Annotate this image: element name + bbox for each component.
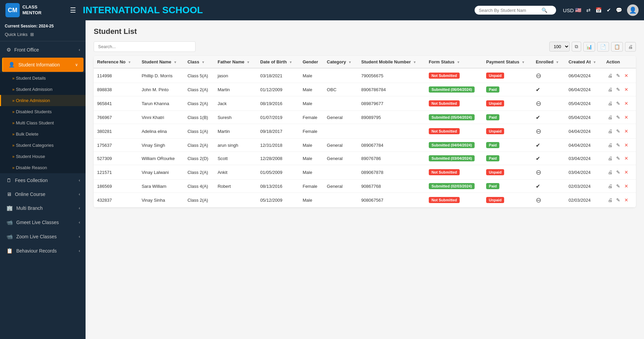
calendar-icon[interactable]: 📅 <box>595 7 602 13</box>
delete-row-btn-7[interactable]: ✕ <box>623 169 630 176</box>
quick-links[interactable]: Quick Links ⊞ <box>0 31 86 40</box>
col-payment-status[interactable]: Payment Status ▼ <box>483 56 532 68</box>
student-information-submenu: Student Details Student Admission Online… <box>0 73 86 173</box>
cell-payment-status-4: Unpaid <box>483 124 532 139</box>
delete-row-btn-0[interactable]: ✕ <box>623 72 630 79</box>
edit-row-btn-1[interactable]: ✎ <box>615 86 622 93</box>
whatsapp-icon[interactable]: 💬 <box>616 7 622 13</box>
enrolled-check-icon: ✔ <box>536 142 540 148</box>
edit-row-btn-8[interactable]: ✎ <box>615 183 622 190</box>
per-page-select[interactable]: 100 50 25 <box>549 42 570 52</box>
print-row-btn-9[interactable]: 🖨 <box>606 197 614 203</box>
col-father-name[interactable]: Father Name ▼ <box>214 56 257 68</box>
print-row-btn-8[interactable]: 🖨 <box>606 183 614 190</box>
edit-row-btn-5[interactable]: ✎ <box>615 142 622 148</box>
print-row-btn-7[interactable]: 🖨 <box>606 169 614 176</box>
cell-mobile-9: 908067567 <box>358 193 425 207</box>
sidebar-item-front-office[interactable]: ⚙ Front Office ‹ <box>0 43 86 57</box>
sidebar-subitem-multi-class-student[interactable]: Multi Class Student <box>0 117 86 128</box>
cell-action-2: 🖨 ✎ ✕ <box>603 96 636 111</box>
student-info-icon: 👤 <box>8 62 15 68</box>
check-tasks-icon[interactable]: ✔ <box>607 7 611 13</box>
delete-row-btn-1[interactable]: ✕ <box>623 86 630 93</box>
print-row-btn-1[interactable]: 🖨 <box>606 86 614 93</box>
delete-row-btn-8[interactable]: ✕ <box>623 183 630 190</box>
sidebar-item-multi-branch[interactable]: 🏢 Multi Branch ‹ <box>0 201 86 215</box>
online-course-chevron: ‹ <box>79 192 80 197</box>
cell-payment-status-0: Unpaid <box>483 68 532 83</box>
global-search-icon[interactable]: 🔍 <box>541 7 547 13</box>
cell-payment-status-7: Unpaid <box>483 165 532 180</box>
col-category[interactable]: Category ▼ <box>324 56 358 68</box>
multi-branch-icon: 🏢 <box>6 205 13 211</box>
print-row-btn-6[interactable]: 🖨 <box>606 155 614 162</box>
cell-mobile-1: 8906786784 <box>358 83 425 96</box>
cell-enrolled-2: ⊖ <box>532 96 565 111</box>
col-created-at[interactable]: Created At ▼ <box>565 56 603 68</box>
table-row: 965841 Tarun Khanna Class 2(A) Jack 08/1… <box>94 96 636 111</box>
cell-payment-status-3: Paid <box>483 111 532 124</box>
delete-row-btn-9[interactable]: ✕ <box>623 197 630 203</box>
col-class[interactable]: Class ▼ <box>184 56 214 68</box>
edit-row-btn-4[interactable]: ✎ <box>615 128 622 135</box>
edit-row-btn-3[interactable]: ✎ <box>615 114 622 121</box>
payment-status-badge-7: Unpaid <box>486 169 504 175</box>
sidebar-item-zoom-live[interactable]: 📹 Zoom Live Classes ‹ <box>0 230 86 244</box>
sidebar-subitem-student-categories[interactable]: Student Categories <box>0 140 86 151</box>
table-search-input[interactable] <box>94 41 196 52</box>
delete-row-btn-6[interactable]: ✕ <box>623 155 630 162</box>
sidebar-subitem-student-admission[interactable]: Student Admission <box>0 84 86 95</box>
cell-action-8: 🖨 ✎ ✕ <box>603 180 636 193</box>
print-row-btn-5[interactable]: 🖨 <box>606 142 614 148</box>
edit-row-btn-9[interactable]: ✎ <box>615 197 622 203</box>
edit-row-btn-6[interactable]: ✎ <box>615 155 622 162</box>
cell-mobile-4 <box>358 124 425 139</box>
sidebar-item-student-information[interactable]: 👤 Student Information ∨ <box>2 58 84 72</box>
online-course-icon: 🖥 <box>6 191 12 197</box>
col-dob[interactable]: Date of Birth ▼ <box>257 56 299 68</box>
col-mobile[interactable]: Student Mobile Number ▼ <box>358 56 425 68</box>
global-search-input[interactable] <box>479 8 541 13</box>
edit-row-btn-0[interactable]: ✎ <box>615 72 622 79</box>
sidebar-subitem-disable-reason[interactable]: Disable Reason <box>0 162 86 173</box>
table-row: 175637 Vinay Singh Class 2(A) arun singh… <box>94 139 636 152</box>
col-gender[interactable]: Gender <box>299 56 323 68</box>
print-row-btn-2[interactable]: 🖨 <box>606 100 614 107</box>
sidebar-subitem-bulk-delete[interactable]: Bulk Delete <box>0 128 86 140</box>
sidebar-subitem-online-admission[interactable]: Online Admission <box>0 95 86 106</box>
sidebar: Current Session: 2024-25 Quick Links ⊞ ⚙… <box>0 20 86 339</box>
print-button[interactable]: 🖨 <box>625 42 636 52</box>
delete-row-btn-5[interactable]: ✕ <box>623 142 630 148</box>
col-ref-no[interactable]: Reference No ▼ <box>94 56 138 68</box>
export-pdf-button[interactable]: 📋 <box>611 42 623 52</box>
sidebar-subitem-student-house[interactable]: Student House <box>0 151 86 162</box>
copy-button[interactable]: ⧉ <box>572 42 581 52</box>
print-row-btn-3[interactable]: 🖨 <box>606 114 614 121</box>
cell-form-status-1: Submitted (06/04/2024) <box>425 83 483 96</box>
export-csv-button[interactable]: 📄 <box>597 42 609 52</box>
currency-selector[interactable]: USD 🇺🇸 <box>563 7 582 13</box>
sidebar-item-online-course[interactable]: 🖥 Online Course ‹ <box>0 187 86 201</box>
sidebar-subitem-student-details[interactable]: Student Details <box>0 73 86 84</box>
user-avatar[interactable]: 👤 <box>627 4 639 16</box>
hamburger-button[interactable]: ☰ <box>70 6 76 14</box>
cell-class-1: Class 2(A) <box>184 83 214 96</box>
col-student-name[interactable]: Student Name ▼ <box>138 56 184 68</box>
edit-row-btn-2[interactable]: ✎ <box>615 100 622 107</box>
sidebar-item-fees-collection[interactable]: 🗒 Fees Collection ‹ <box>0 173 86 187</box>
print-row-btn-4[interactable]: 🖨 <box>606 128 614 135</box>
delete-row-btn-4[interactable]: ✕ <box>623 128 630 135</box>
edit-row-btn-7[interactable]: ✎ <box>615 169 622 176</box>
sidebar-item-gmeet-live[interactable]: 📹 Gmeet Live Classes ‹ <box>0 215 86 230</box>
sidebar-item-behaviour-records[interactable]: 📋 Behaviour Records ‹ <box>0 244 86 258</box>
cell-dob-2: 08/19/2016 <box>257 96 299 111</box>
sidebar-subitem-disabled-students[interactable]: Disabled Students <box>0 106 86 117</box>
cell-ref-0: 114998 <box>94 68 138 83</box>
delete-row-btn-3[interactable]: ✕ <box>623 114 630 121</box>
col-enrolled[interactable]: Enrolled ▼ <box>532 56 565 68</box>
transfer-icon[interactable]: ⇄ <box>586 7 591 13</box>
print-row-btn-0[interactable]: 🖨 <box>606 72 614 79</box>
col-form-status[interactable]: Form Status ▼ <box>425 56 483 68</box>
delete-row-btn-2[interactable]: ✕ <box>623 100 630 107</box>
export-excel-button[interactable]: 📊 <box>583 42 595 52</box>
